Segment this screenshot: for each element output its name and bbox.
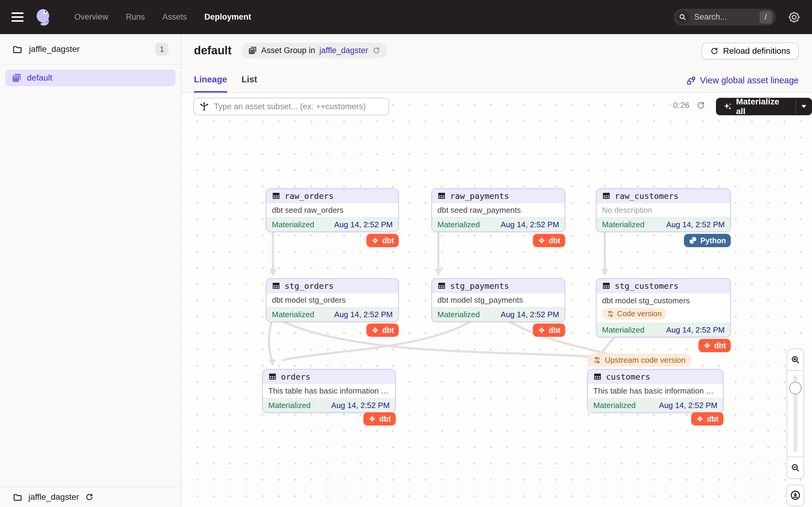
dbt-badge[interactable]: dbt [698, 339, 731, 352]
hamburger-menu-icon[interactable] [11, 10, 23, 24]
dbt-badge[interactable]: dbt [366, 234, 399, 247]
download-icon [790, 490, 801, 501]
asset-node-orders[interactable]: orders This table has basic information … [262, 369, 396, 413]
download-image-button[interactable] [786, 484, 804, 506]
chevron-down-icon [801, 105, 807, 108]
dagster-logo[interactable] [33, 7, 53, 27]
asset-node-stg-payments[interactable]: stg_payments dbt model stg_payments Mate… [432, 278, 565, 322]
refresh-icon[interactable] [372, 47, 380, 54]
materialize-dropdown-button[interactable] [796, 98, 812, 115]
nav-right: / [674, 9, 801, 25]
materialized-timestamp[interactable]: Aug 14, 2:52 PM [334, 310, 393, 319]
asset-node-customers[interactable]: customers This table has basic informati… [587, 369, 723, 413]
dbt-logo-icon [371, 326, 379, 334]
zoom-in-icon [791, 355, 800, 364]
table-icon [268, 373, 277, 381]
asset-description: dbt seed raw_payments [438, 206, 521, 215]
folder-icon [12, 44, 22, 54]
asset-group-project-link[interactable]: jaffle_dagster [319, 46, 368, 55]
asset-node-raw-customers[interactable]: raw_customers No description Materialize… [596, 188, 731, 232]
sidebar-item-default-group[interactable]: default [5, 69, 175, 86]
search-icon [676, 11, 689, 24]
asset-name: stg_payments [450, 281, 509, 291]
asset-node-stg-customers[interactable]: stg_customers dbt model stg_customers Co… [596, 278, 731, 337]
view-global-asset-lineage-link[interactable]: View global asset lineage [687, 75, 799, 86]
dbt-logo-icon [538, 326, 546, 334]
asset-node-raw-orders[interactable]: raw_orders dbt seed raw_orders Materiali… [266, 188, 399, 232]
dbt-badge[interactable]: dbt [533, 234, 565, 247]
dbt-logo-icon [371, 237, 379, 244]
asset-node-stg-orders[interactable]: stg_orders dbt model stg_orders Material… [266, 278, 399, 322]
asset-subset-filter[interactable] [193, 98, 389, 115]
materialized-timestamp[interactable]: Aug 14, 2:52 PM [659, 401, 717, 410]
asset-name: orders [281, 372, 311, 382]
dbt-logo-icon [368, 415, 376, 423]
asset-description: This table has basic information about … [593, 386, 717, 396]
asset-name: customers [606, 372, 650, 382]
zoom-out-button[interactable] [786, 457, 804, 479]
tabs: Lineage List [194, 74, 257, 93]
search-input[interactable] [694, 12, 759, 22]
materialized-timestamp[interactable]: Aug 14, 2:52 PM [501, 310, 559, 319]
zoom-slider-handle[interactable] [789, 382, 802, 394]
tab-list[interactable]: List [242, 74, 257, 93]
tab-lineage[interactable]: Lineage [194, 74, 227, 93]
sidebar: jaffle_dagster 1 default jaffle_dagster [0, 34, 181, 507]
refresh-graph-icon[interactable] [696, 101, 705, 110]
dbt-logo-icon [538, 237, 546, 244]
refresh-icon[interactable] [85, 493, 94, 501]
compute-badge-label: dbt [707, 415, 719, 424]
dbt-badge[interactable]: dbt [363, 412, 396, 426]
asset-subset-input[interactable] [214, 102, 383, 111]
materialized-timestamp[interactable]: Aug 14, 2:52 PM [666, 220, 725, 229]
nav-deployment[interactable]: Deployment [205, 12, 251, 22]
settings-gear-icon[interactable] [788, 11, 801, 23]
compute-badge-label: dbt [382, 326, 394, 335]
sidebar-project-label: jaffle_dagster [29, 44, 80, 54]
materialized-timestamp[interactable]: Aug 14, 2:52 PM [666, 325, 725, 335]
python-logo-icon [689, 236, 697, 245]
table-icon [602, 192, 611, 200]
code-version-badge[interactable]: Code version [602, 308, 666, 320]
dbt-logo-icon [696, 415, 704, 423]
asset-node-raw-payments[interactable]: raw_payments dbt seed raw_payments Mater… [432, 188, 565, 232]
page-title: default [194, 44, 232, 57]
nav-overview[interactable]: Overview [74, 12, 108, 22]
asset-description: dbt model stg_customers [602, 296, 690, 305]
compute-badge-label: dbt [379, 415, 391, 424]
dbt-logo-icon [703, 342, 711, 349]
materialized-timestamp[interactable]: Aug 14, 2:52 PM [501, 220, 559, 229]
sparkle-icon [723, 102, 732, 111]
nav-runs[interactable]: Runs [126, 12, 145, 22]
python-badge[interactable]: Python [684, 234, 731, 247]
asset-description: dbt model stg_orders [272, 295, 346, 305]
materialized-status: Materialized [438, 310, 480, 319]
zoom-slider[interactable] [786, 370, 804, 457]
asset-name: raw_orders [285, 191, 334, 201]
global-search[interactable]: / [674, 9, 776, 25]
asset-name: stg_customers [615, 281, 678, 291]
reload-definitions-button[interactable]: Reload definitions [702, 43, 799, 59]
code-version-icon [593, 356, 601, 364]
materialize-all-label: Materialize all [736, 98, 788, 115]
reload-definitions-label: Reload definitions [723, 46, 790, 56]
materialized-timestamp[interactable]: Aug 14, 2:52 PM [331, 401, 390, 410]
materialized-timestamp[interactable]: Aug 14, 2:52 PM [334, 220, 393, 229]
compute-badge-label: dbt [549, 236, 560, 245]
upstream-code-version-badge[interactable]: Upstream code version [587, 353, 692, 367]
compute-badge-label: dbt [714, 341, 726, 350]
materialized-status: Materialized [602, 220, 644, 229]
table-icon [272, 192, 280, 200]
zoom-in-button[interactable] [786, 349, 804, 370]
lineage-graph-canvas[interactable]: 0:26 Materialize all raw_orders dbt seed… [181, 93, 812, 507]
materialize-all-button[interactable]: Materialize all [716, 98, 795, 115]
sidebar-item-jaffle-dagster[interactable]: jaffle_dagster 1 [0, 34, 181, 65]
view-global-asset-lineage-label: View global asset lineage [700, 75, 799, 86]
refresh-timer: 0:26 [673, 101, 690, 110]
dbt-badge[interactable]: dbt [533, 324, 565, 337]
sidebar-footer[interactable]: jaffle_dagster [0, 487, 181, 507]
dbt-badge[interactable]: dbt [366, 324, 399, 337]
nav-assets[interactable]: Assets [162, 12, 187, 22]
table-icon [272, 282, 280, 290]
dbt-badge[interactable]: dbt [691, 412, 723, 426]
